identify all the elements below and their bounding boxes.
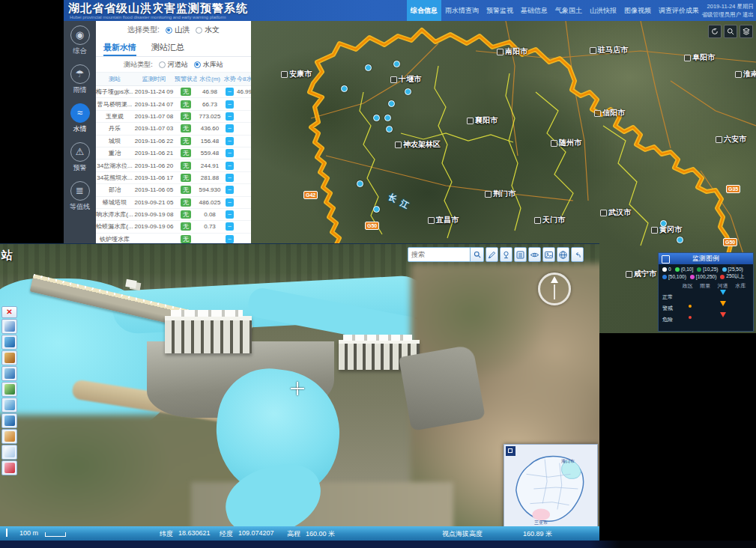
search-map-button[interactable] bbox=[724, 25, 737, 38]
camera-button[interactable] bbox=[500, 247, 512, 262]
layers-map-button[interactable] bbox=[740, 25, 753, 38]
draw-button[interactable] bbox=[486, 247, 498, 262]
sidebar-item-0[interactable]: ◉综合 bbox=[64, 25, 96, 64]
user-info[interactable]: 2019-11-24 星期日 省级管理员用户 退出 bbox=[701, 2, 754, 19]
station-marker[interactable] bbox=[405, 88, 411, 95]
legend-cell bbox=[720, 306, 726, 311]
overview-inset-map[interactable]: 海口市 三亚市 bbox=[504, 444, 598, 532]
city-icon bbox=[395, 141, 402, 148]
cell-trend: – bbox=[223, 222, 237, 231]
station-marker[interactable] bbox=[384, 115, 391, 121]
legend-collapse-icon[interactable] bbox=[662, 255, 670, 264]
sidebar-item-3[interactable]: ⚠预警 bbox=[64, 142, 96, 181]
table-row[interactable]: 蟒城塔坝2019-09-21 05无486.025– bbox=[96, 197, 251, 209]
lon-label: 经度 bbox=[220, 529, 233, 539]
cell-station: 丹乐 bbox=[96, 124, 133, 133]
station-marker[interactable] bbox=[660, 220, 667, 227]
list-button[interactable] bbox=[514, 247, 527, 262]
type-filter: 选择类型:山洪水文 bbox=[96, 21, 251, 39]
tab-1[interactable]: 测站汇总 bbox=[151, 39, 184, 56]
sidebar-item-label: 综合 bbox=[73, 46, 87, 56]
cell-station: 邵冶 bbox=[96, 186, 133, 194]
typeFilter-option-1[interactable]: 水文 bbox=[196, 25, 220, 35]
legend-titlebar: 监测图例 bbox=[659, 253, 753, 264]
level-label: [50,100) bbox=[668, 274, 686, 279]
reset-map-button[interactable] bbox=[708, 25, 722, 38]
cell-station: 梅子垭gps水... bbox=[96, 88, 133, 96]
radar-effect-button[interactable] bbox=[1, 382, 17, 397]
station-marker[interactable] bbox=[365, 64, 372, 71]
nav-item-2[interactable]: 预警监视 bbox=[483, 0, 517, 21]
close-effects-button[interactable]: ✕ bbox=[1, 306, 17, 318]
nav-item-5[interactable]: 山洪快报 bbox=[586, 0, 620, 21]
nav-item-7[interactable]: 调查评价成果 bbox=[655, 0, 703, 21]
table-row[interactable]: 丹乐2019-11-07 03无436.60– bbox=[96, 123, 251, 135]
rain-level-legend: 0(0,10][10,25)[25,50)[50,100)[100,250)25… bbox=[659, 264, 753, 281]
table-row[interactable]: 玉皇观2019-11-07 08无773.025– bbox=[96, 111, 251, 123]
image-button[interactable] bbox=[542, 247, 555, 262]
search-button[interactable] bbox=[471, 247, 484, 262]
contour-icon: ≣ bbox=[70, 181, 90, 201]
search-input[interactable] bbox=[408, 247, 471, 262]
table-row[interactable]: 邵冶2019-11-06 05无594.930– bbox=[96, 184, 251, 196]
hainan-island-map bbox=[504, 445, 597, 532]
cell-status: 无 bbox=[175, 124, 197, 133]
inset-corner-icon[interactable] bbox=[506, 446, 515, 456]
map-city-label: 宜昌市 bbox=[428, 215, 459, 225]
cell-station: 玉皇观 bbox=[96, 112, 133, 121]
station-marker[interactable] bbox=[677, 237, 683, 243]
sidebar-item-4[interactable]: ≣等值线 bbox=[64, 181, 96, 220]
rain-effect-button[interactable] bbox=[1, 319, 17, 334]
table-row[interactable]: 34岔湖水位...2019-11-06 20无244.91– bbox=[96, 159, 251, 171]
nav-item-1[interactable]: 雨水情查询 bbox=[441, 0, 483, 21]
station-marker[interactable] bbox=[393, 61, 400, 67]
table-row[interactable]: 苦马桥明渠...2019-11-24 07无66.73– bbox=[96, 98, 251, 110]
table-row[interactable]: 响水潭水库(...2019-09-19 08无0.08– bbox=[96, 209, 251, 221]
nav-item-6[interactable]: 图像视频 bbox=[620, 0, 655, 21]
waves-effect-button[interactable] bbox=[1, 366, 17, 381]
station-marker[interactable] bbox=[386, 126, 393, 133]
sandstorm-icon bbox=[4, 353, 15, 363]
scale-label: 100 m bbox=[19, 529, 38, 537]
undo-button[interactable] bbox=[571, 247, 584, 262]
level-dot bbox=[662, 275, 667, 279]
sidebar-item-1[interactable]: ☂雨情 bbox=[64, 64, 96, 103]
table-row[interactable]: 重冶2019-11-06 21无559.48– bbox=[96, 147, 251, 159]
waterdrop-effect-button[interactable] bbox=[1, 413, 17, 428]
alt-label: 高程 bbox=[287, 529, 300, 539]
tab-0[interactable]: 最新水情 bbox=[103, 39, 136, 56]
globe-button[interactable] bbox=[557, 247, 569, 262]
flood-icon bbox=[4, 431, 15, 442]
nav-item-3[interactable]: 基础信息 bbox=[517, 0, 551, 21]
station-marker[interactable] bbox=[357, 180, 363, 187]
flood-effect-button[interactable] bbox=[1, 429, 17, 444]
nav-item-4[interactable]: 气象国土 bbox=[551, 0, 586, 21]
eye-button[interactable] bbox=[528, 247, 541, 262]
stationFilter-option-1[interactable]: 水库站 bbox=[194, 60, 223, 70]
sandstorm-effect-button[interactable] bbox=[1, 350, 17, 365]
status-badge: 无 bbox=[181, 235, 191, 243]
cell-time: 2019-09-19 08 bbox=[133, 211, 175, 218]
station-marker[interactable] bbox=[388, 100, 395, 107]
nav-item-0[interactable]: 综合信息 bbox=[407, 0, 441, 21]
table-row[interactable]: 34花熊坝水...2019-11-06 17无281.88– bbox=[96, 172, 251, 184]
station-marker[interactable] bbox=[341, 85, 348, 92]
typeFilter-option-0[interactable]: 山洪 bbox=[166, 25, 190, 35]
snow-effect-button[interactable] bbox=[1, 445, 17, 460]
table-row[interactable]: 蛤蟆漏水库(...2019-09-19 06无0.73– bbox=[96, 221, 251, 233]
stationFilter-option-0[interactable]: 河道站 bbox=[159, 60, 188, 70]
station-marker[interactable] bbox=[373, 206, 380, 213]
table-row[interactable]: 城坝2019-11-06 22无156.48– bbox=[96, 136, 251, 147]
station-marker[interactable] bbox=[373, 115, 380, 121]
splash-effect-button[interactable] bbox=[1, 398, 17, 412]
lat-value: 18.630621 bbox=[178, 529, 211, 537]
vortex-effect-button[interactable] bbox=[1, 335, 17, 350]
sidebar-item-2[interactable]: ≈水情 bbox=[64, 103, 96, 142]
alarm-effect-button[interactable] bbox=[1, 460, 17, 475]
cell-trend: – bbox=[223, 198, 237, 207]
table-row[interactable]: 铁炉垭水库无– bbox=[96, 234, 251, 243]
table-row[interactable]: 梅子垭gps水...2019-11-24 09无46.98–46.99 bbox=[96, 86, 251, 98]
legend-level-3: [25,50) bbox=[722, 267, 743, 272]
search-icon bbox=[473, 250, 482, 259]
compass-control[interactable] bbox=[538, 273, 571, 305]
